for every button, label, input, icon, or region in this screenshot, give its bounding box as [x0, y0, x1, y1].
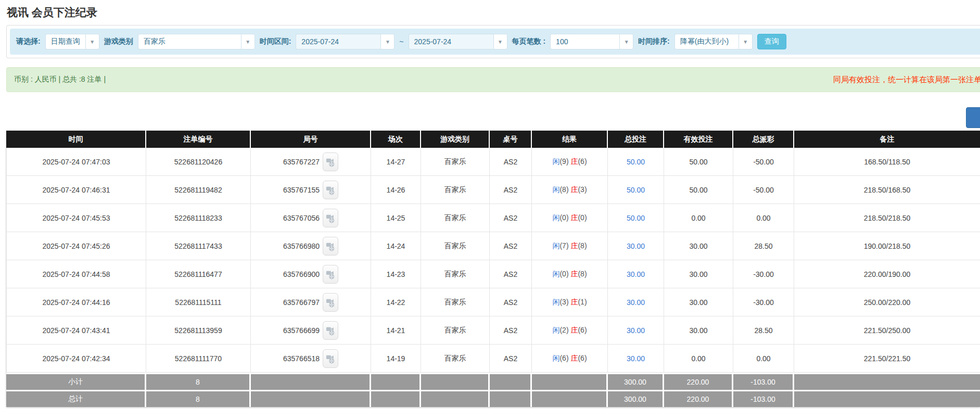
total-bet-link[interactable]: 50.00	[627, 214, 645, 222]
total-bet-link[interactable]: 50.00	[627, 158, 645, 166]
banker-score: 3	[578, 185, 587, 194]
total-label: 总计	[6, 390, 146, 407]
summary-empty-cell	[421, 373, 490, 390]
valid-bet-notice: 同局有效投注，统一计算在该局第一张注单内	[833, 75, 980, 85]
total-total-bet: 300.00	[608, 390, 664, 407]
video-replay-icon[interactable]	[323, 293, 338, 312]
session-cell: 14-19	[371, 345, 421, 373]
table-no-cell: AS2	[490, 148, 532, 176]
subtotal-count: 8	[146, 373, 251, 390]
result-cell: 闲8 庄3	[532, 176, 608, 204]
query-type-value[interactable]: 日期查询	[45, 34, 85, 49]
banker-score: 1	[578, 298, 587, 306]
result-cell: 闲9 庄6	[532, 148, 608, 176]
col-header-remark: 备注	[794, 131, 980, 148]
video-replay-icon[interactable]	[323, 181, 338, 199]
valid-bet-cell: 0.00	[664, 204, 733, 232]
banker-label: 庄	[570, 298, 578, 306]
query-type-select[interactable]: 日期查询 ▼	[45, 34, 99, 49]
video-replay-icon[interactable]	[323, 349, 338, 368]
chevron-down-icon[interactable]: ▼	[380, 34, 394, 49]
query-button[interactable]: 查询	[757, 34, 786, 49]
col-header-table-no: 桌号	[490, 131, 532, 148]
video-replay-icon[interactable]	[323, 265, 338, 284]
bet-no-cell: 522681115111	[146, 288, 251, 316]
select-type-label: 请选择:	[16, 37, 41, 46]
video-replay-icon[interactable]	[323, 237, 338, 256]
chevron-down-icon[interactable]: ▼	[493, 34, 507, 49]
round-no-cell: 635766797	[251, 288, 371, 316]
player-label: 闲	[552, 241, 559, 250]
page-size-value[interactable]: 100	[550, 34, 619, 49]
summary-empty-cell	[794, 373, 980, 390]
date-from-select[interactable]: 2025-07-24 ▼	[296, 34, 394, 49]
payout-cell: 0.00	[733, 204, 794, 232]
total-bet-link[interactable]: 30.00	[627, 326, 645, 335]
table-row: 2025-07-24 07:47:03 522681120426 6357672…	[6, 148, 980, 176]
export-button[interactable]	[966, 107, 980, 128]
sort-value[interactable]: 降幂(由大到小)	[674, 34, 739, 49]
banker-score: 8	[578, 270, 587, 278]
banker-label: 庄	[570, 157, 578, 166]
col-header-round-no: 局号	[251, 131, 371, 148]
valid-bet-cell: 30.00	[664, 288, 733, 316]
date-to-value[interactable]: 2025-07-24	[409, 34, 493, 49]
player-score: 3	[559, 298, 568, 306]
col-header-total-bet: 总投注	[608, 131, 664, 148]
time-cell: 2025-07-24 07:45:53	[6, 204, 146, 232]
game-type-value[interactable]: 百家乐	[138, 34, 241, 49]
table-no-cell: AS2	[490, 316, 532, 345]
result-cell: 闲0 庄0	[532, 204, 608, 232]
page-size-select[interactable]: 100 ▼	[550, 34, 633, 49]
filter-bar: 请选择: 日期查询 ▼ 游戏类别 百家乐 ▼ 时间区间: 2025-07-24 …	[10, 29, 980, 55]
round-no-value: 635767227	[283, 158, 320, 166]
betting-records-table: 时间 注单编号 局号 场次 游戏类别 桌号 结果 总投注 有效投注 总派彩 备注…	[6, 131, 980, 407]
player-label: 闲	[552, 270, 559, 278]
chevron-down-icon[interactable]: ▼	[739, 34, 753, 49]
game-type-cell: 百家乐	[421, 260, 490, 288]
filter-panel: 请选择: 日期查询 ▼ 游戏类别 百家乐 ▼ 时间区间: 2025-07-24 …	[6, 25, 980, 58]
bet-no-cell: 522681117433	[146, 232, 251, 260]
chevron-down-icon[interactable]: ▼	[85, 34, 99, 49]
table-row: 2025-07-24 07:42:34 522681111770 6357665…	[6, 345, 980, 373]
summary-empty-cell	[371, 390, 421, 407]
round-no-cell: 635766518	[251, 345, 371, 373]
date-range-tilde: ~	[399, 37, 403, 46]
video-replay-icon[interactable]	[323, 152, 338, 171]
table-no-cell: AS2	[490, 260, 532, 288]
sort-select[interactable]: 降幂(由大到小) ▼	[674, 34, 753, 49]
table-row: 2025-07-24 07:44:58 522681116477 6357669…	[6, 260, 980, 288]
video-replay-icon[interactable]	[323, 321, 338, 340]
chevron-down-icon[interactable]: ▼	[619, 34, 633, 49]
total-bet-cell: 50.00	[608, 148, 664, 176]
total-bet-link[interactable]: 30.00	[627, 242, 645, 250]
player-score: 0	[559, 270, 568, 278]
round-no-cell: 635767227	[251, 148, 371, 176]
session-cell: 14-23	[371, 260, 421, 288]
round-no-value: 635766900	[283, 270, 320, 278]
time-cell: 2025-07-24 07:46:31	[6, 176, 146, 204]
col-header-bet-no: 注单编号	[146, 131, 251, 148]
summary-empty-cell	[532, 373, 608, 390]
total-bet-link[interactable]: 50.00	[627, 186, 645, 194]
total-bet-link[interactable]: 30.00	[627, 354, 645, 363]
valid-bet-cell: 30.00	[664, 260, 733, 288]
date-to-select[interactable]: 2025-07-24 ▼	[409, 34, 507, 49]
game-type-select[interactable]: 百家乐 ▼	[138, 34, 255, 49]
table-no-cell: AS2	[490, 288, 532, 316]
table-row: 2025-07-24 07:43:41 522681113959 6357666…	[6, 316, 980, 345]
result-cell: 闲7 庄8	[532, 232, 608, 260]
video-replay-icon[interactable]	[323, 209, 338, 227]
bet-no-cell: 522681116477	[146, 260, 251, 288]
round-no-value: 635767155	[283, 186, 320, 194]
chevron-down-icon[interactable]: ▼	[241, 34, 255, 49]
date-from-value[interactable]: 2025-07-24	[296, 34, 380, 49]
total-bet-cell: 50.00	[608, 176, 664, 204]
valid-bet-cell: 30.00	[664, 232, 733, 260]
total-bet-link[interactable]: 30.00	[627, 270, 645, 278]
page-size-label: 每页笔数 :	[512, 37, 546, 46]
total-bet-link[interactable]: 30.00	[627, 298, 645, 307]
bet-no-cell: 522681120426	[146, 148, 251, 176]
round-no-cell: 635766900	[251, 260, 371, 288]
player-label: 闲	[552, 185, 559, 194]
